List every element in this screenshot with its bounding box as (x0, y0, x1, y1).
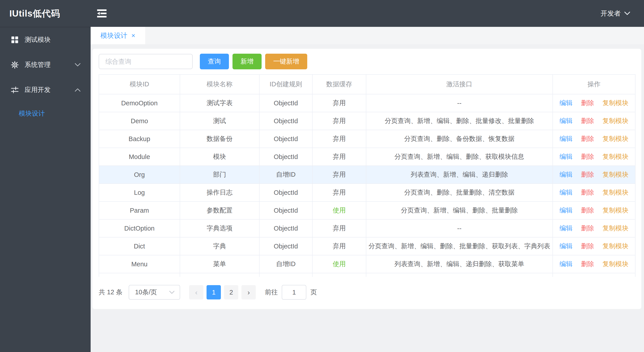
page-size-value: 10条/页 (135, 288, 169, 297)
sidebar-subitem-label: 模块设计 (19, 109, 45, 118)
chevron-up-icon (74, 88, 81, 92)
column-header-id-rule: ID创建规则 (259, 74, 312, 94)
delete-link[interactable]: 删除 (581, 117, 594, 124)
edit-link[interactable]: 编辑 (560, 153, 572, 160)
table-row-partial (99, 273, 635, 277)
user-menu[interactable]: 开发者 (600, 9, 644, 18)
quick-add-button[interactable]: 一键新增 (265, 54, 307, 69)
copy-module-link[interactable]: 复制模块 (602, 225, 628, 232)
table-row[interactable]: Backup 数据备份 ObjectId 弃用 分页查询、删除、备份数据、恢复数… (99, 130, 635, 148)
cell-active-api: 列表查询、新增、编辑、递归删除 (366, 166, 553, 184)
sidebar-item-module-design[interactable]: 模块设计 (0, 102, 91, 125)
edit-link[interactable]: 编辑 (560, 260, 572, 268)
goto-suffix: 页 (310, 288, 317, 297)
page-button-2[interactable]: 2 (224, 285, 238, 300)
copy-module-link[interactable]: 复制模块 (602, 135, 628, 142)
edit-link[interactable]: 编辑 (560, 117, 572, 124)
cell-data-cache: 使用 (312, 255, 366, 273)
cell-operations: 编辑 删除 复制模块 (553, 219, 635, 237)
cell-module-id: Log (99, 184, 180, 202)
delete-link[interactable]: 删除 (581, 135, 594, 142)
cell-module-name: 字典选项 (180, 219, 259, 237)
logo-box: IUtils低代码 (0, 7, 91, 20)
copy-module-link[interactable]: 复制模块 (602, 99, 628, 106)
main-area: 模块设计 × 查询 新增 一键新增 模块ID (91, 27, 644, 352)
cell-module-id: Org (99, 166, 180, 184)
search-input[interactable] (99, 54, 193, 69)
table-row[interactable]: Log 操作日志 ObjectId 弃用 分页查询、删除、批量删除、清空数据 编… (99, 184, 635, 202)
cell-data-cache: 弃用 (312, 130, 366, 148)
edit-link[interactable]: 编辑 (560, 135, 572, 142)
cell-operations: 编辑 删除 复制模块 (553, 255, 635, 273)
grid-icon (11, 36, 19, 44)
cell-module-name: 测试字表 (180, 94, 259, 112)
table-row[interactable]: DictOption 字典选项 ObjectId 弃用 -- 编辑 删除 复制模… (99, 219, 635, 237)
copy-module-link[interactable]: 复制模块 (602, 207, 628, 214)
table-row[interactable]: Module 模块 ObjectId 弃用 分页查询、新增、编辑、删除、获取模块… (99, 148, 635, 166)
cell-id-rule: ObjectId (259, 184, 312, 202)
sidebar-item-system-management[interactable]: 系统管理 (0, 52, 91, 77)
edit-link[interactable]: 编辑 (560, 225, 572, 232)
cell-active-api: 分页查询、删除、批量删除、清空数据 (366, 184, 553, 202)
edit-link[interactable]: 编辑 (560, 189, 572, 196)
delete-link[interactable]: 删除 (581, 171, 594, 178)
copy-module-link[interactable]: 复制模块 (602, 189, 628, 196)
pagination: 共 12 条 10条/页 ‹ 1 2 › 前往 页 (99, 285, 636, 300)
edit-link[interactable]: 编辑 (560, 171, 572, 178)
table-row[interactable]: Demo 测试 ObjectId 弃用 分页查询、新增、编辑、删除、批量修改、批… (99, 112, 635, 130)
table-row[interactable]: Dict 字典 ObjectId 弃用 分页查询、新增、编辑、删除、批量删除、获… (99, 237, 635, 255)
delete-link[interactable]: 删除 (581, 99, 594, 106)
delete-link[interactable]: 删除 (581, 225, 594, 232)
sidebar-item-app-development[interactable]: 应用开发 (0, 77, 91, 102)
prev-page-button[interactable]: ‹ (189, 285, 204, 300)
sidebar-item-test-module[interactable]: 测试模块 (0, 27, 91, 52)
edit-link[interactable]: 编辑 (560, 99, 572, 106)
cell-active-api: 分页查询、新增、编辑、删除、获取模块信息 (366, 148, 553, 166)
page-button-1[interactable]: 1 (206, 285, 221, 300)
table-row[interactable]: Menu 菜单 自增ID 使用 列表查询、新增、编辑、递归删除、获取菜单 编辑 … (99, 255, 635, 273)
table-row[interactable]: Org 部门 自增ID 弃用 列表查询、新增、编辑、递归删除 编辑 删除 复制模… (99, 166, 635, 184)
query-button[interactable]: 查询 (200, 54, 229, 69)
cell-module-name: 字典 (180, 237, 259, 255)
tab-module-design[interactable]: 模块设计 × (91, 27, 145, 44)
copy-module-link[interactable]: 复制模块 (602, 117, 628, 124)
cell-active-api: -- (366, 219, 553, 237)
cell-module-id: Backup (99, 130, 180, 148)
cell-module-name: 数据备份 (180, 130, 259, 148)
edit-link[interactable]: 编辑 (560, 242, 572, 250)
cell-module-name: 模块 (180, 148, 259, 166)
delete-link[interactable]: 删除 (581, 260, 594, 268)
chevron-down-icon (624, 11, 630, 16)
table-row[interactable]: DemoOption 测试字表 ObjectId 弃用 -- 编辑 删除 复制模… (99, 94, 635, 112)
cell-data-cache: 弃用 (312, 219, 366, 237)
cell-operations: 编辑 删除 复制模块 (553, 237, 635, 255)
chevron-down-icon (169, 291, 175, 294)
goto-page-input[interactable] (282, 285, 306, 300)
cell-id-rule: ObjectId (259, 94, 312, 112)
add-button[interactable]: 新增 (232, 54, 262, 69)
copy-module-link[interactable]: 复制模块 (602, 242, 628, 250)
cell-data-cache: 弃用 (312, 166, 366, 184)
copy-module-link[interactable]: 复制模块 (602, 260, 628, 268)
tab-close-icon[interactable]: × (131, 32, 136, 39)
next-page-button[interactable]: › (242, 285, 256, 300)
delete-link[interactable]: 删除 (581, 189, 594, 196)
delete-link[interactable]: 删除 (581, 242, 594, 250)
copy-module-link[interactable]: 复制模块 (602, 171, 628, 178)
cell-module-id: DemoOption (99, 94, 180, 112)
column-header-data-cache: 数据缓存 (312, 74, 366, 94)
edit-link[interactable]: 编辑 (560, 207, 572, 214)
page-size-select[interactable]: 10条/页 (129, 285, 180, 300)
cell-id-rule: ObjectId (259, 219, 312, 237)
cell-module-id: Demo (99, 112, 180, 130)
cell-module-id: DictOption (99, 219, 180, 237)
table-row[interactable]: Param 参数配置 ObjectId 使用 分页查询、新增、编辑、删除、批量删… (99, 202, 635, 219)
cell-module-id: Menu (99, 255, 180, 273)
delete-link[interactable]: 删除 (581, 153, 594, 160)
chevron-left-icon: ‹ (195, 289, 198, 296)
copy-module-link[interactable]: 复制模块 (602, 153, 628, 160)
delete-link[interactable]: 删除 (581, 207, 594, 214)
sidebar-collapse-button[interactable] (96, 7, 108, 20)
cell-operations: 编辑 删除 复制模块 (553, 166, 635, 184)
cell-module-name: 操作日志 (180, 184, 259, 202)
